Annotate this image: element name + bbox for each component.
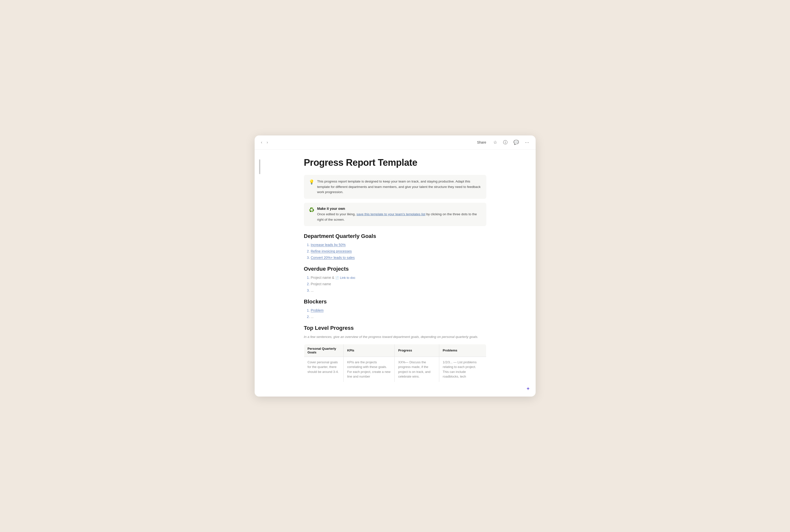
quarterly-goals-title: Department Quarterly Goals	[304, 233, 486, 240]
star-button[interactable]: ☆	[492, 139, 498, 146]
comment-button[interactable]: 💬	[512, 139, 520, 146]
make-own-text-before: Once edited to your liking,	[317, 212, 357, 216]
col-header-progress: Progress	[394, 344, 439, 357]
toolbar-actions: Share ☆ ⓘ 💬 ⋯	[475, 139, 530, 146]
make-own-content: Make it your own Once edited to your lik…	[317, 207, 481, 222]
info-box: 💡 This progress report template is desig…	[304, 175, 486, 199]
cell-kpis: KPIs are the projects correlating with t…	[344, 357, 394, 382]
blockers-title: Blockers	[304, 299, 486, 305]
forward-button[interactable]: ›	[266, 140, 269, 145]
share-button[interactable]: Share	[475, 139, 488, 145]
table-header: Personal Quarterly Goals KPIs Progress P…	[304, 344, 486, 357]
list-item: Increase leads by 50%	[311, 242, 486, 248]
make-own-text: Once edited to your liking, save this te…	[317, 212, 481, 222]
table-body: Cover personal goals for the quarter, th…	[304, 357, 486, 382]
page-title: Progress Report Template	[304, 157, 486, 168]
main-content: Progress Report Template 💡 This progress…	[255, 150, 536, 397]
blocker-item-2: ...	[311, 315, 314, 319]
info-button[interactable]: ⓘ	[502, 139, 509, 146]
goal-item-2[interactable]: Refine invoicing processes	[311, 249, 352, 253]
progress-table: Personal Quarterly Goals KPIs Progress P…	[304, 344, 486, 382]
content-area: Progress Report Template 💡 This progress…	[284, 150, 506, 397]
make-own-title: Make it your own	[317, 207, 481, 211]
list-item: Problem	[311, 308, 486, 313]
blocker-item-1[interactable]: Problem	[311, 308, 324, 312]
blockers-list: Problem ...	[311, 308, 486, 320]
top-level-progress-title: Top Level Progress	[304, 325, 486, 331]
lightbulb-icon: 💡	[309, 179, 314, 185]
calendar-icon: 📄	[335, 276, 339, 280]
col-header-problems: Problems	[439, 344, 486, 357]
back-button[interactable]: ‹	[260, 140, 263, 145]
more-button[interactable]: ⋯	[524, 139, 530, 146]
goal-item-3[interactable]: Convert 20%+ leads to sales	[311, 256, 355, 260]
ai-sparkle-button[interactable]: ✦	[526, 386, 530, 392]
table-header-row: Personal Quarterly Goals KPIs Progress P…	[304, 344, 486, 357]
scroll-indicator[interactable]	[259, 159, 260, 174]
overdue-item-1: Project name &	[311, 276, 335, 280]
make-it-own-box: ♻️ Make it your own Once edited to your …	[304, 203, 486, 226]
col-header-goals: Personal Quarterly Goals	[304, 344, 344, 357]
list-item: Refine invoicing processes	[311, 249, 486, 254]
overdue-projects-title: Overdue Projects	[304, 266, 486, 272]
top-level-progress-section: Top Level Progress In a few sentences, g…	[304, 325, 486, 382]
list-item: Convert 20%+ leads to sales	[311, 255, 486, 260]
recycle-icon: ♻️	[309, 207, 314, 212]
cell-progress: XX%— Discuss the progress made, if the p…	[394, 357, 439, 382]
cell-goals: Cover personal goals for the quarter, th…	[304, 357, 344, 382]
make-own-link[interactable]: save this template to your team's templa…	[356, 212, 425, 216]
overdue-item-2: Project name	[311, 282, 331, 286]
col-header-kpis: KPIs	[344, 344, 394, 357]
list-item: Project name & 📄 Link to doc	[311, 275, 486, 280]
list-item: ...	[311, 314, 486, 320]
list-item: Project name	[311, 282, 486, 287]
overdue-item-3: ...	[311, 288, 314, 292]
list-item: ...	[311, 288, 486, 293]
info-box-text: This progress report template is designe…	[317, 179, 481, 195]
link-to-doc[interactable]: Link to doc	[340, 276, 355, 280]
cell-problems: 1/2/3... — List problems relating to eac…	[439, 357, 486, 382]
goal-item-1[interactable]: Increase leads by 50%	[311, 243, 346, 247]
top-level-description: In a few sentences, give an overview of …	[304, 334, 486, 340]
overdue-projects-list: Project name & 📄 Link to doc Project nam…	[311, 275, 486, 293]
main-window: ‹ › Share ☆ ⓘ 💬 ⋯ Progress Report Templa…	[255, 135, 536, 397]
quarterly-goals-list: Increase leads by 50% Refine invoicing p…	[311, 242, 486, 260]
table-row: Cover personal goals for the quarter, th…	[304, 357, 486, 382]
toolbar-nav: ‹ ›	[260, 140, 269, 145]
toolbar: ‹ › Share ☆ ⓘ 💬 ⋯	[255, 135, 536, 150]
